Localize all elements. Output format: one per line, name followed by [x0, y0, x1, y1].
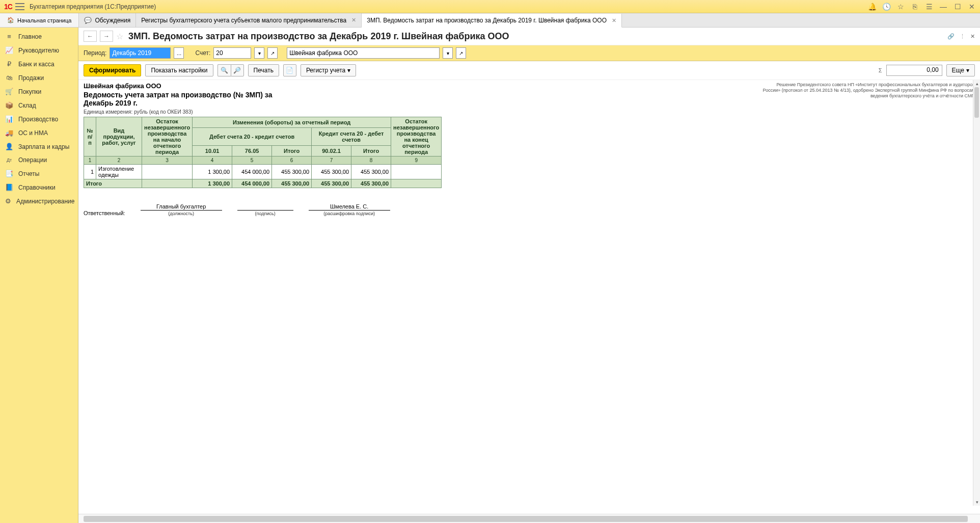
tab-discussions[interactable]: 💬 Обсуждения: [79, 13, 136, 27]
sidebar-item-label: Зарплата и кадры: [18, 143, 69, 150]
find-button[interactable]: 🔍: [217, 64, 231, 76]
cell: 455 300,00: [351, 179, 391, 188]
nav-forward-button[interactable]: →: [100, 31, 113, 42]
sidebar-item-main[interactable]: ≡Главное: [0, 30, 78, 43]
report-table: № п/п Вид продукции, работ, услуг Остато…: [84, 117, 442, 188]
preview-button[interactable]: 📄: [283, 64, 296, 76]
sidebar-item-label: Покупки: [18, 88, 41, 95]
colnum: 5: [232, 156, 272, 165]
sidebar-item-label: Администрирование: [16, 198, 74, 205]
sidebar-item-operations[interactable]: ДтОперации: [0, 153, 78, 167]
cell: [391, 165, 442, 179]
cell: 454 000,00: [232, 165, 272, 179]
tab-label: Обсуждения: [95, 17, 130, 24]
cell: 1 300,00: [193, 165, 232, 179]
show-settings-button[interactable]: Показать настройки: [145, 64, 213, 76]
colnum: 1: [84, 156, 96, 165]
cell: 1: [84, 165, 96, 179]
close-icon[interactable]: ✕: [970, 33, 975, 40]
chart-icon: 📈: [5, 46, 13, 54]
menu-lines-icon[interactable]: ☰: [925, 3, 933, 11]
link-icon[interactable]: 🔗: [947, 33, 955, 40]
toolbar: Сформировать Показать настройки 🔍 🔎 Печа…: [78, 61, 980, 80]
bell-icon[interactable]: 🔔: [868, 3, 876, 11]
close-window-icon[interactable]: ✕: [968, 3, 976, 11]
vertical-scrollbar[interactable]: ▴ ▾: [973, 80, 980, 506]
sidebar-item-label: Производство: [18, 116, 58, 123]
th-c3: Итого: [272, 146, 312, 156]
period-input[interactable]: [110, 47, 171, 59]
register-label: Регистр учета: [306, 67, 345, 74]
sidebar-item-label: Главное: [18, 33, 42, 40]
report-unit: Единица измерения: рубль (код по ОКЕИ 38…: [84, 109, 975, 115]
close-icon[interactable]: ✕: [351, 17, 356, 23]
report-note: Решение Президентского совета НП «Инстит…: [761, 82, 975, 98]
name-value: Шмелева Е. С.: [309, 203, 390, 210]
close-icon[interactable]: ✕: [612, 17, 616, 24]
sidebar-item-manager[interactable]: 📈Руководителю: [0, 43, 78, 57]
position-label: (должность): [141, 210, 222, 216]
tab-home-label: Начальная страница: [17, 17, 71, 23]
print-button[interactable]: Печать: [248, 64, 279, 76]
sidebar-item-sales[interactable]: 🛍Продажи: [0, 71, 78, 85]
sidebar-item-label: ОС и НМА: [18, 129, 48, 137]
signature-value: [237, 203, 293, 210]
org-open-button[interactable]: ↗: [456, 47, 466, 59]
sidebar-item-label: Продажи: [18, 74, 44, 82]
tab-label: Регистры бухгалтерского учета субъектов …: [141, 17, 346, 24]
generate-button[interactable]: Сформировать: [84, 64, 141, 76]
sidebar-item-catalogs[interactable]: 📘Справочники: [0, 180, 78, 194]
cart-icon: 🛒: [5, 88, 13, 95]
favorite-star-icon[interactable]: ☆: [116, 32, 123, 41]
scroll-down-icon[interactable]: ▾: [973, 499, 980, 506]
minimize-icon[interactable]: —: [939, 3, 947, 11]
kebab-icon[interactable]: ⋮: [960, 33, 965, 40]
history-icon[interactable]: 🕓: [882, 3, 890, 11]
params-bar: Период: … Счет: ▾ ↗ ▾ ↗: [78, 45, 980, 61]
th-prod: Вид продукции, работ, услуг: [96, 117, 142, 156]
colnum: 2: [96, 156, 142, 165]
sidebar-item-purchases[interactable]: 🛒Покупки: [0, 85, 78, 98]
main-menu-icon[interactable]: [15, 3, 24, 10]
sidebar-item-bank[interactable]: ₽Банк и касса: [0, 57, 78, 71]
total-label: Итого: [84, 179, 142, 188]
org-dropdown-button[interactable]: ▾: [443, 47, 453, 59]
link-icon[interactable]: ⎘: [911, 3, 919, 11]
account-open-button[interactable]: ↗: [267, 47, 278, 59]
scroll-up-icon[interactable]: ▴: [973, 80, 980, 87]
name-label: (расшифровка подписи): [309, 210, 390, 216]
th-start: Остаток незавершенного производства на н…: [142, 117, 193, 156]
cell: 454 000,00: [232, 179, 272, 188]
tab-home[interactable]: 🏠 Начальная страница: [0, 13, 79, 27]
maximize-icon[interactable]: ☐: [954, 3, 962, 11]
more-button[interactable]: Еще▾: [946, 64, 975, 76]
account-dropdown-button[interactable]: ▾: [254, 47, 264, 59]
tab-label: 3МП. Ведомость затрат на производство за…: [367, 17, 607, 24]
scroll-thumb[interactable]: [974, 87, 979, 118]
sidebar-item-assets[interactable]: 🚚ОС и НМА: [0, 126, 78, 140]
sidebar-item-production[interactable]: 📊Производство: [0, 112, 78, 126]
sidebar-item-reports[interactable]: 📑Отчеты: [0, 167, 78, 180]
sidebar-item-payroll[interactable]: 👤Зарплата и кадры: [0, 140, 78, 153]
org-input[interactable]: [287, 47, 440, 59]
person-icon: 👤: [5, 143, 13, 150]
sum-value: 0,00: [886, 65, 942, 76]
sidebar-item-label: Банк и касса: [18, 61, 55, 68]
th-c4: 90.02.1: [312, 146, 351, 156]
app-logo: 1C: [4, 3, 12, 11]
sidebar-item-admin[interactable]: ⚙Администрирование: [0, 194, 78, 208]
sidebar: ≡Главное 📈Руководителю ₽Банк и касса 🛍Пр…: [0, 28, 78, 523]
nav-back-button[interactable]: ←: [84, 31, 97, 42]
tab-report-active[interactable]: 3МП. Ведомость затрат на производство за…: [362, 14, 622, 28]
tab-registers[interactable]: Регистры бухгалтерского учета субъектов …: [136, 13, 362, 27]
star-icon[interactable]: ☆: [896, 3, 905, 11]
box-icon: 📦: [5, 101, 13, 109]
account-input[interactable]: [213, 47, 251, 59]
register-button[interactable]: Регистр учета▾: [301, 64, 356, 76]
table-row[interactable]: 1 Изготовление одежды 1 300,00 454 000,0…: [84, 165, 442, 179]
find-next-button[interactable]: 🔎: [231, 64, 244, 76]
sidebar-item-warehouse[interactable]: 📦Склад: [0, 98, 78, 112]
period-picker-button[interactable]: …: [174, 47, 184, 59]
debit-credit-icon: Дт: [5, 158, 13, 163]
horizontal-scrollbar[interactable]: [84, 516, 968, 522]
